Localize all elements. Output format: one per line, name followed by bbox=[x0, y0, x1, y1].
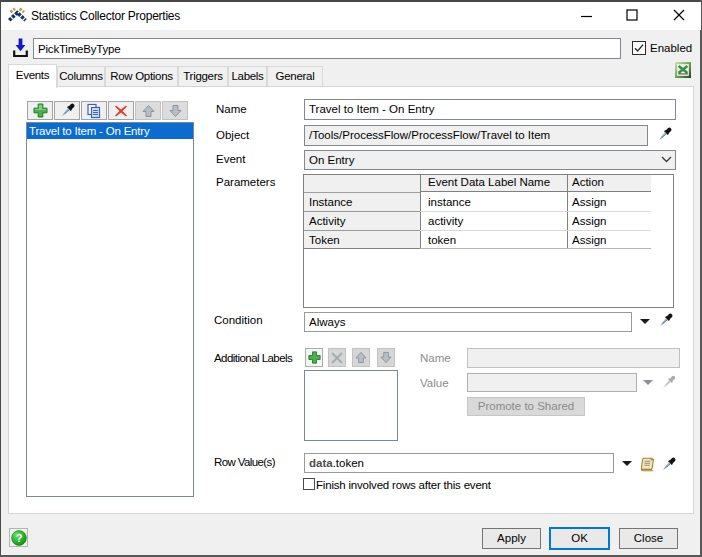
svg-text:?: ? bbox=[15, 532, 22, 544]
